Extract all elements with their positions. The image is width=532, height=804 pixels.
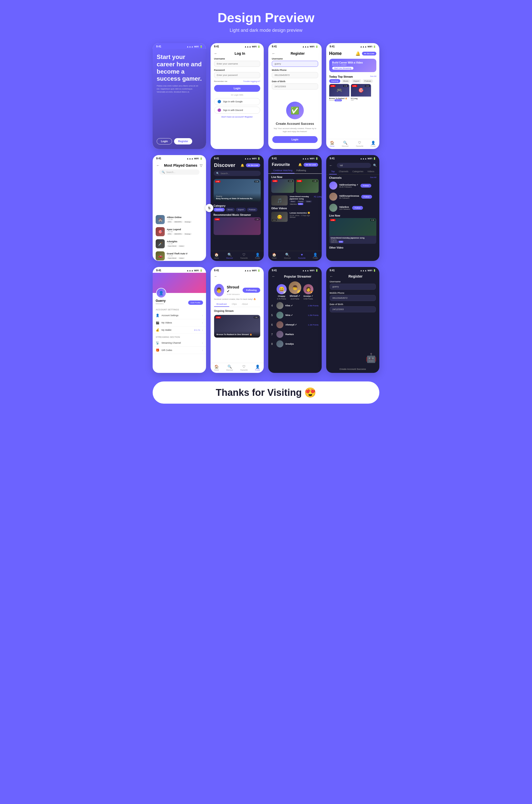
game-item-4[interactable]: 🚗 Grand Theft Auto V + 22.9K Open-World …: [153, 250, 206, 261]
reg-dob-input[interactable]: [272, 84, 318, 90]
dark-dob-input[interactable]: [330, 306, 376, 312]
splash-register-button[interactable]: Register: [174, 138, 192, 144]
nav-home[interactable]: 🏠 Home: [330, 141, 335, 147]
stream-card-1[interactable]: 🎮 LIVE 3.3K Bronze To Radiant 🔥 Shroud V…: [329, 84, 349, 102]
nav-profile[interactable]: 👤 Profile: [255, 365, 260, 371]
tag-esport[interactable]: Esport: [236, 208, 246, 212]
search-bar[interactable]: 🔍 Search...: [159, 169, 200, 175]
google-signin-button[interactable]: 🔵 Sign in with Google: [214, 98, 261, 105]
streamer-list-8[interactable]: 8 Grealya: [268, 339, 322, 349]
tag-gaming[interactable]: Gaming: [329, 79, 340, 83]
rec-stream-card[interactable]: LIVE 1.3K: [214, 217, 261, 235]
nav-favourite[interactable]: ♡ Favourite: [356, 141, 363, 147]
tab-broadcast[interactable]: Broadcast: [214, 302, 229, 307]
streamer-list-7[interactable]: 7 Raelazs: [268, 330, 322, 339]
tag-music[interactable]: Music: [226, 208, 235, 212]
fav-notification-icon[interactable]: 🔔: [298, 163, 302, 166]
streamer-list-4[interactable]: 4 Klea ✓ 2.5M Points: [268, 301, 322, 310]
splash-login-button[interactable]: Login: [157, 138, 172, 144]
see-all-link[interactable]: See All: [370, 75, 376, 78]
back-arrow-icon[interactable]: ←: [214, 51, 217, 55]
settings-item-videos[interactable]: 🎬 My Videos ›: [153, 319, 206, 327]
featured-stream-card[interactable]: LIVE 1.3K Guerry Easy farming at State O…: [214, 179, 261, 202]
tab-categories[interactable]: Categories: [350, 169, 365, 175]
nav-home[interactable]: 🏠 Home: [272, 253, 277, 259]
game-item-3[interactable]: 🗡️ Arknights + 22.9K Open-World Action: [153, 238, 206, 250]
nav-discover[interactable]: 🔍 Discover: [342, 141, 349, 147]
back-arrow-icon[interactable]: ←: [156, 163, 160, 167]
discord-signin-button[interactable]: 🟣 Sign in with Discord: [214, 107, 261, 114]
back-arrow-icon[interactable]: ←: [272, 51, 275, 55]
reg-phone-input[interactable]: [272, 72, 318, 78]
fav-go-live[interactable]: ●● Go Live: [304, 163, 318, 167]
banner-btn[interactable]: Start Live Streaming: [332, 67, 354, 70]
settings-item-gift[interactable]: 🎁 Gift Codes ›: [153, 347, 206, 354]
other-video-item[interactable]: 😋 0:23 Lemao momentos 😋 43.2K Views · 2 …: [268, 210, 322, 223]
go-live-badge[interactable]: ●● Go Live: [362, 52, 376, 55]
tag-esport[interactable]: Esport: [352, 79, 361, 83]
live-card-1[interactable]: LIVE 2.3K: [271, 179, 294, 193]
follow-btn-1[interactable]: Follow: [360, 184, 371, 187]
live-stream-dark[interactable]: LIVE 9.3K Unarchived monday japanese son…: [329, 218, 377, 244]
tab-channels[interactable]: Channels: [337, 169, 350, 175]
nav-discover[interactable]: 🔍 Discover: [284, 253, 291, 259]
success-login-button[interactable]: Login: [272, 136, 318, 143]
nav-profile[interactable]: 👤 Profile: [371, 141, 376, 147]
game-item-2[interactable]: 🎯 Apex Legend + 22.9K RPG MMORPG Strateg…: [153, 226, 206, 238]
nav-favourite[interactable]: ♥ Favourite: [298, 253, 306, 259]
back-arrow-icon[interactable]: ←: [330, 274, 333, 278]
discover-go-live[interactable]: ●● Go Live: [246, 163, 260, 167]
live-card-2[interactable]: LIVE 1.8K: [296, 179, 319, 193]
nav-home[interactable]: 🏠 Home: [214, 365, 219, 371]
back-arrow-icon[interactable]: ←: [214, 274, 217, 278]
notification-icon[interactable]: 🔔: [356, 51, 360, 56]
tab-continue-watching[interactable]: Continue Watching: [271, 168, 294, 173]
nav-favourite[interactable]: ♡ Favourite: [240, 365, 248, 371]
tab-about[interactable]: About: [239, 302, 250, 307]
settings-item-account[interactable]: 👤 Account Settings ›: [153, 312, 206, 319]
stream-card-2[interactable]: 🎯 LIVE 2.1K #1 Long Araf: [351, 84, 371, 102]
follow-btn-3[interactable]: Follow: [352, 206, 363, 210]
username-input[interactable]: [214, 61, 261, 67]
tab-following[interactable]: Following: [294, 168, 308, 173]
back-arrow-icon[interactable]: ←: [329, 163, 333, 167]
nav-discover[interactable]: 🔍 Discover: [226, 253, 233, 259]
tag-podcas[interactable]: Podcas: [247, 208, 258, 212]
streamer-list-5[interactable]: 5 Nina ✓ 1.2M Points: [268, 310, 322, 320]
follow-button[interactable]: Following: [243, 288, 260, 293]
tag-gaming[interactable]: Gaming: [214, 208, 225, 212]
discover-search[interactable]: 🔍 Search...: [214, 171, 261, 176]
ongoing-stream-card[interactable]: LIVE 2.9K Bronze To Radiant In One Strea…: [214, 315, 261, 337]
channel-2[interactable]: Valdinusprincessa 9K Followers Follow: [326, 191, 380, 202]
tab-videos[interactable]: Videos: [365, 169, 376, 175]
channel-3[interactable]: Valankos 120 Followers Follow: [326, 202, 380, 213]
nav-profile[interactable]: 👤 Profile: [255, 253, 260, 259]
dark-phone-input[interactable]: [330, 295, 376, 301]
dark-username-input[interactable]: [330, 284, 376, 290]
streamer-list-6[interactable]: 6 Ahmeyd ✓ 1.1M Points: [268, 320, 322, 330]
filter-icon[interactable]: ▽: [200, 163, 203, 167]
tag-music[interactable]: Music: [341, 79, 350, 83]
reg-username-input[interactable]: [272, 61, 318, 67]
login-button[interactable]: Login: [214, 85, 261, 92]
nav-favourite[interactable]: ♡ Favourite: [240, 253, 248, 259]
tab-clips[interactable]: Clips: [229, 302, 239, 307]
trouble-link[interactable]: Trouble logging in?: [243, 80, 260, 83]
nav-home[interactable]: 🏠 Home: [214, 253, 219, 259]
back-arrow-icon[interactable]: ←: [272, 274, 275, 278]
game-item-1[interactable]: 🏰 Albion Online + 22.9K RPG MMORPG Strat…: [153, 214, 206, 226]
discover-notification-icon[interactable]: 🔔: [241, 164, 244, 167]
register-link[interactable]: Register: [245, 116, 253, 118]
edit-profile-button[interactable]: Edit Profile: [188, 300, 203, 305]
nav-discover[interactable]: 🔍 Discover: [226, 365, 233, 371]
follow-btn-2[interactable]: Follow: [361, 195, 372, 199]
settings-item-wallet[interactable]: 💰 My Wallet ♥ 3.70 ›: [153, 327, 206, 334]
search-submit-icon[interactable]: 🔍: [373, 164, 377, 167]
nav-profile[interactable]: 👤 Profile: [313, 253, 318, 259]
tab-top[interactable]: Top: [329, 169, 337, 175]
tag-podcast[interactable]: Podcas: [362, 79, 373, 83]
channel-1[interactable]: ValdrosGaming ✓ 99.2K Followers Follow: [326, 180, 380, 191]
see-all-link[interactable]: See All: [370, 176, 376, 179]
search-main-input[interactable]: [337, 163, 371, 168]
password-input[interactable]: [214, 72, 261, 78]
